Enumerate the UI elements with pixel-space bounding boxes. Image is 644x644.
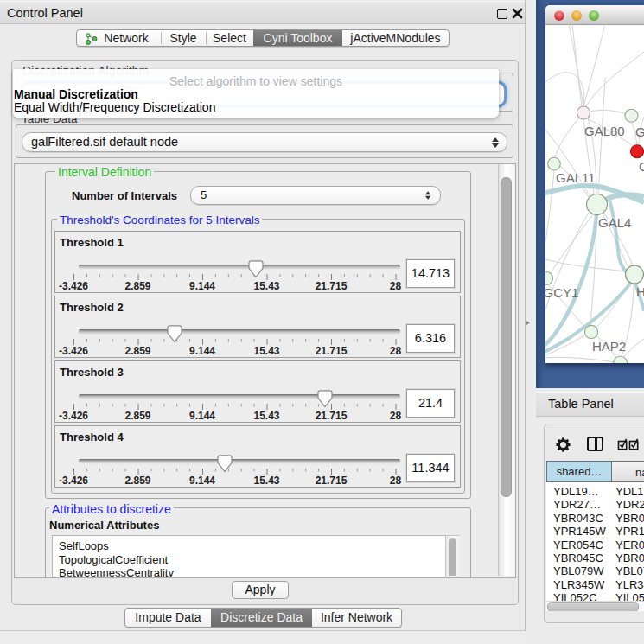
svg-text:GCY1: GCY1 [545,285,578,300]
svg-text:H: H [636,284,644,299]
svg-text:HAP2: HAP2 [592,339,626,354]
svg-text:GAL11: GAL11 [556,170,596,185]
svg-text:GAL80: GAL80 [584,124,625,138]
svg-text:GAL4: GAL4 [598,215,631,230]
svg-text:C: C [639,159,644,174]
svg-text:GA: GA [635,124,644,139]
